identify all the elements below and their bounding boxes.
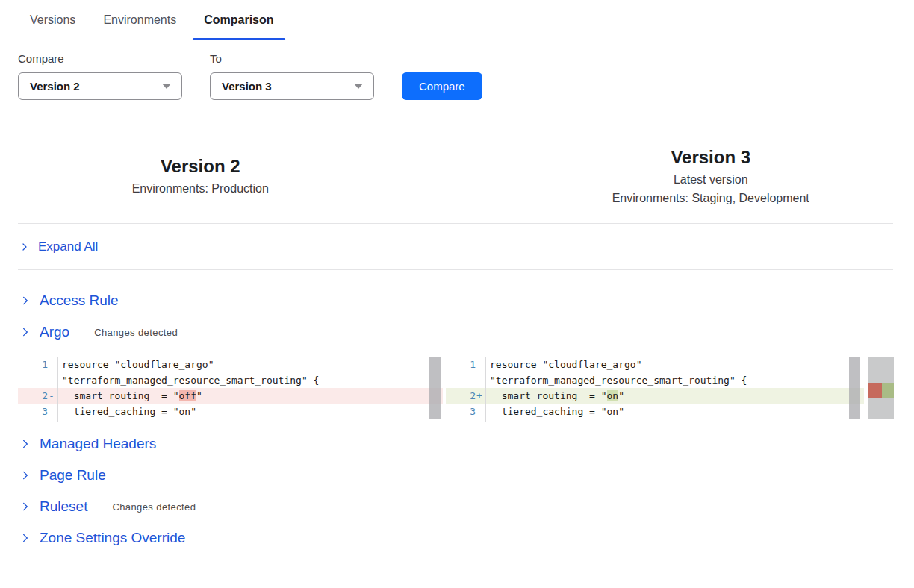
section-row-access-rule[interactable]: Access Rule [0, 285, 914, 316]
line-number-gutter: 3 [18, 404, 58, 419]
section-label[interactable]: Page Rule [40, 467, 106, 484]
chevron-right-icon [20, 243, 29, 251]
no-sign [48, 357, 57, 372]
divider [18, 269, 893, 270]
version-left-environments: Environments: Production [18, 182, 383, 196]
chevron-right-icon [20, 501, 31, 512]
line-number: 2 [446, 388, 476, 404]
code-segment: resource "cloudflare_argo" [62, 359, 214, 370]
changes-detected-badge: Changes detected [94, 327, 178, 338]
added-sign: + [476, 388, 485, 404]
diff-line: } [18, 419, 443, 422]
section-label[interactable]: Argo [40, 324, 69, 340]
line-number: 3 [18, 404, 48, 419]
version-headers: Version 2 Environments: Production Versi… [0, 128, 914, 223]
compare-from-field: Compare Version 2 [18, 52, 182, 100]
diff-line: 2+ smart_routing = "on" [446, 388, 864, 404]
changes-detected-badge: Changes detected [112, 501, 196, 513]
compare-label: Compare [18, 52, 182, 65]
line-number [446, 419, 476, 422]
section-row-managed-headers[interactable]: Managed Headers [0, 428, 914, 460]
section-label[interactable]: Zone Settings Override [40, 530, 185, 546]
diff-line: 3 tiered_caching = "on" [18, 404, 443, 419]
line-number [18, 372, 48, 388]
chevron-right-icon [20, 533, 31, 543]
compare-button[interactable]: Compare [402, 72, 482, 100]
code-segment: tiered_caching = "on" [62, 406, 196, 417]
removed-sign: - [48, 388, 57, 404]
version-left-header: Version 2 Environments: Production [0, 128, 456, 223]
version-right-header: Version 3 Latest version Environments: S… [456, 128, 914, 223]
compare-to-field: To Version 3 [210, 52, 374, 100]
no-sign [48, 419, 57, 422]
no-sign [476, 372, 485, 388]
section-label[interactable]: Managed Headers [40, 436, 156, 452]
comparison-page: VersionsEnvironmentsComparison Compare V… [0, 0, 914, 588]
compare-controls: Compare Version 2 To Version 3 Compare [18, 52, 914, 100]
code-text: smart_routing = "on" [486, 388, 624, 404]
tab-environments[interactable]: Environments [92, 0, 187, 40]
compare-to-value: Version 3 [222, 80, 272, 93]
line-number-gutter [446, 372, 486, 388]
line-number: 3 [446, 404, 476, 419]
expand-all-row[interactable]: Expand All [0, 224, 914, 269]
no-sign [476, 419, 485, 422]
line-number [18, 419, 48, 422]
resource-sections: Access RuleArgoChanges detected1resource… [0, 285, 914, 554]
section-row-argo[interactable]: ArgoChanges detected [0, 316, 914, 348]
chevron-right-icon [20, 439, 31, 449]
code-text: resource "cloudflare_argo" [58, 357, 214, 372]
version-left-title: Version 2 [18, 156, 383, 177]
compare-from-select[interactable]: Version 2 [18, 72, 182, 100]
line-number: 2 [18, 388, 48, 404]
line-number: 1 [446, 357, 476, 372]
code-segment: " [618, 390, 624, 401]
tab-label: Versions [30, 13, 75, 27]
tab-comparison[interactable]: Comparison [193, 0, 285, 40]
code-text: smart_routing = "off" [58, 388, 202, 404]
vertical-scrollbar[interactable] [849, 357, 860, 419]
tab-label: Comparison [204, 13, 273, 27]
code-segment: smart_routing = " [62, 390, 179, 401]
version-right-latest: Latest version [529, 173, 894, 187]
diff-line: 2- smart_routing = "off" [18, 388, 443, 404]
code-text: resource "cloudflare_argo" [486, 357, 642, 372]
no-sign [476, 404, 485, 419]
line-number: 1 [18, 357, 48, 372]
code-text: "terraform_managed_resource_smart_routin… [58, 372, 319, 388]
added-marker [882, 383, 894, 398]
section-label[interactable]: Ruleset [40, 498, 87, 515]
diff-line: "terraform_managed_resource_smart_routin… [446, 372, 864, 388]
vertical-scrollbar[interactable] [429, 357, 441, 419]
diff-panel-left: 1resource "cloudflare_argo""terraform_ma… [18, 357, 443, 422]
section-row-ruleset[interactable]: RulesetChanges detected [0, 491, 914, 522]
compare-to-select[interactable]: Version 3 [210, 72, 374, 100]
diff-line: "terraform_managed_resource_smart_routin… [18, 372, 443, 388]
changed-word: off [179, 390, 196, 401]
caret-down-icon [354, 84, 363, 89]
version-right-environments: Environments: Staging, Development [529, 192, 894, 205]
line-number-gutter [18, 419, 58, 422]
tab-versions[interactable]: Versions [19, 0, 87, 40]
to-label: To [210, 52, 374, 65]
section-label[interactable]: Access Rule [40, 293, 119, 309]
code-text: } [58, 419, 68, 422]
argo-diff: 1resource "cloudflare_argo""terraform_ma… [18, 357, 914, 422]
chevron-right-icon [20, 470, 31, 481]
caret-down-icon [162, 84, 171, 89]
code-segment: } [62, 422, 68, 422]
diff-line: 1resource "cloudflare_argo" [446, 357, 864, 372]
code-text: tiered_caching = "on" [58, 404, 196, 419]
diff-overview-ruler[interactable] [868, 357, 894, 419]
code-segment: resource "cloudflare_argo" [490, 359, 642, 370]
code-segment: smart_routing = " [490, 390, 607, 401]
section-row-page-rule[interactable]: Page Rule [0, 460, 914, 491]
diff-line: 1resource "cloudflare_argo" [18, 357, 443, 372]
version-right-title: Version 3 [529, 147, 894, 168]
no-sign [476, 357, 485, 372]
line-number-gutter: 2+ [446, 388, 486, 404]
section-row-zone-settings-override[interactable]: Zone Settings Override [0, 522, 914, 554]
line-number [446, 372, 476, 388]
expand-all-label[interactable]: Expand All [38, 240, 98, 254]
tab-bar: VersionsEnvironmentsComparison [0, 0, 914, 40]
